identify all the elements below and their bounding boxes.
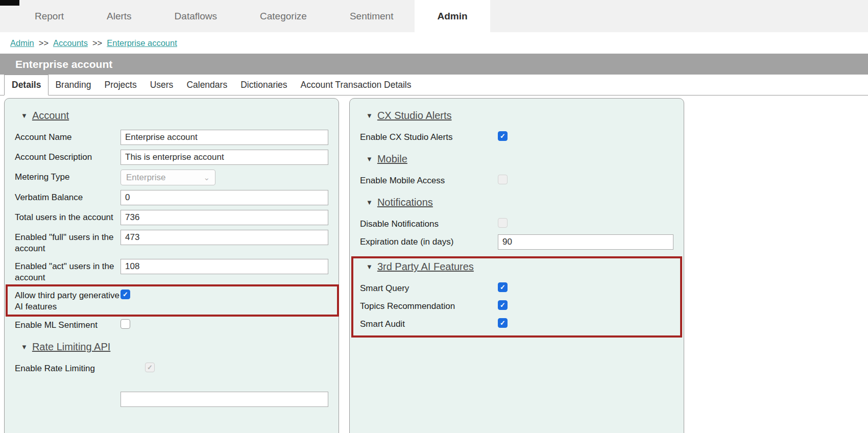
chevron-down-icon: ⌄ [203,173,210,182]
smart-query-checkbox[interactable]: ✓ [498,282,508,292]
allow-third-party-ai-label: Allow third party generative AI features [15,288,120,312]
act-users-input[interactable] [120,259,328,274]
tab-account-transaction-details[interactable]: Account Transaction Details [294,75,418,95]
expiration-days-label: Expiration date (in days) [360,234,498,248]
form-row-act-users: Enabled "act" users in the account [15,259,328,283]
topics-recommendation-checkbox[interactable]: ✓ [498,300,508,310]
enable-cx-studio-alerts-label: Enable CX Studio Alerts [360,130,498,143]
breadcrumb: Admin >> Accounts >> Enterprise account [0,32,868,54]
verbatim-balance-label: Verbatim Balance [15,190,120,203]
alerts-settings-panel: ▼ CX Studio Alerts Enable CX Studio Aler… [349,98,684,433]
form-row-account-name: Account Name [15,130,328,145]
third-party-ai-section: ▼ 3rd Party AI Features Smart Query ✓ To… [360,261,673,330]
nav-tab-dataflows[interactable]: Dataflows [153,0,238,32]
total-users-label: Total users in the account [15,210,120,223]
tab-projects[interactable]: Projects [98,75,143,95]
account-description-input[interactable] [120,150,328,165]
nav-tab-categorize[interactable]: Categorize [238,0,328,32]
check-icon: ✓ [500,132,505,140]
top-left-black-bar [0,0,19,6]
form-row-smart-query: Smart Query ✓ [360,281,673,294]
tab-dictionaries[interactable]: Dictionaries [234,75,294,95]
disable-notifications-label: Disable Notifications [360,216,498,230]
account-settings-panel: ▼ Account Account Name Account Descripti… [4,98,339,433]
enable-cx-studio-alerts-checkbox[interactable]: ✓ [498,131,508,141]
form-row-metering-type: Metering Type Enterprise ⌄ [15,170,328,185]
section-header-account[interactable]: ▼ Account [21,110,328,122]
breadcrumb-link-accounts[interactable]: Accounts [53,38,88,48]
account-name-input[interactable] [120,130,328,145]
smart-audit-checkbox[interactable]: ✓ [498,318,508,328]
enable-ml-sentiment-label: Enable ML Sentiment [15,318,120,331]
section-title-third-party-ai: 3rd Party AI Features [377,261,474,273]
breadcrumb-link-admin[interactable]: Admin [10,38,34,48]
expiration-days-input[interactable] [498,234,673,250]
metering-type-label: Metering Type [15,170,120,183]
allow-third-party-ai-checkbox[interactable]: ✓ [120,290,130,299]
form-row-verbatim-balance: Verbatim Balance [15,190,328,205]
breadcrumb-separator: >> [92,38,102,48]
form-row-enable-ml-sentiment: Enable ML Sentiment ✓ [15,318,328,331]
check-icon: ✓ [500,283,505,291]
tab-calendars[interactable]: Calendars [180,75,234,95]
enable-rate-limiting-checkbox: ✓ [145,363,155,372]
tab-details[interactable]: Details [4,75,49,95]
account-description-label: Account Description [15,150,120,163]
form-row-full-users: Enabled "full" users in the account [15,230,328,254]
form-row-account-description: Account Description [15,150,328,165]
collapse-triangle-icon: ▼ [366,263,373,271]
section-title-mobile: Mobile [377,153,407,165]
total-users-input[interactable] [120,210,328,225]
smart-audit-label: Smart Audit [360,317,498,330]
form-row-rate-limit-partial [120,392,328,407]
section-header-mobile[interactable]: ▼ Mobile [366,153,673,165]
nav-tab-report[interactable]: Report [13,0,85,32]
form-row-enable-mobile-access: Enable Mobile Access ✓ [360,173,673,186]
collapse-triangle-icon: ▼ [366,155,373,163]
form-row-disable-notifications: Disable Notifications ✓ [360,216,673,230]
form-row-allow-third-party-ai: Allow third party generative AI features… [15,288,328,312]
enable-mobile-access-label: Enable Mobile Access [360,173,498,186]
page-title: Enterprise account [15,58,112,70]
top-navigation: Report Alerts Dataflows Categorize Senti… [0,0,868,32]
form-row-enable-cx-studio-alerts: Enable CX Studio Alerts ✓ [360,130,673,143]
check-icon: ✓ [123,291,128,298]
enable-rate-limiting-label: Enable Rate Limiting [15,361,120,374]
full-users-label: Enabled "full" users in the account [15,230,120,254]
collapse-triangle-icon: ▼ [21,112,28,119]
section-header-third-party-ai[interactable]: ▼ 3rd Party AI Features [366,261,673,273]
tab-branding[interactable]: Branding [49,75,98,95]
metering-type-value: Enterprise [126,173,165,183]
section-title-account: Account [32,110,69,122]
breadcrumb-link-enterprise-account[interactable]: Enterprise account [107,38,177,48]
check-icon: ✓ [500,301,505,309]
rate-limit-partial-input[interactable] [120,392,328,407]
smart-query-label: Smart Query [360,281,498,294]
enable-mobile-access-checkbox[interactable]: ✓ [498,175,508,184]
disable-notifications-checkbox[interactable]: ✓ [498,218,508,228]
section-title-rate-limiting: Rate Limiting API [32,341,110,353]
section-title-cx-studio-alerts: CX Studio Alerts [377,110,452,122]
section-header-rate-limiting[interactable]: ▼ Rate Limiting API [21,341,328,353]
verbatim-balance-input[interactable] [120,190,328,205]
form-row-enable-rate-limiting: Enable Rate Limiting ✓ [15,361,328,374]
section-header-cx-studio-alerts[interactable]: ▼ CX Studio Alerts [366,110,673,122]
check-icon: ✓ [500,319,505,327]
nav-tab-sentiment[interactable]: Sentiment [328,0,415,32]
collapse-triangle-icon: ▼ [21,343,28,351]
act-users-label: Enabled "act" users in the account [15,259,120,283]
nav-tab-admin[interactable]: Admin [415,0,490,32]
check-icon: ✓ [147,364,153,371]
form-row-smart-audit: Smart Audit ✓ [360,317,673,330]
section-header-notifications[interactable]: ▼ Notifications [366,197,673,208]
section-tabs: Details Branding Projects Users Calendar… [0,75,868,95]
tab-users[interactable]: Users [143,75,180,95]
full-users-input[interactable] [120,230,328,245]
collapse-triangle-icon: ▼ [366,112,373,119]
section-title-notifications: Notifications [377,197,433,208]
enable-ml-sentiment-checkbox[interactable]: ✓ [120,319,130,329]
metering-type-select[interactable]: Enterprise ⌄ [120,170,215,185]
topics-recommendation-label: Topics Recommendation [360,299,498,312]
account-name-label: Account Name [15,130,120,143]
nav-tab-alerts[interactable]: Alerts [85,0,153,32]
